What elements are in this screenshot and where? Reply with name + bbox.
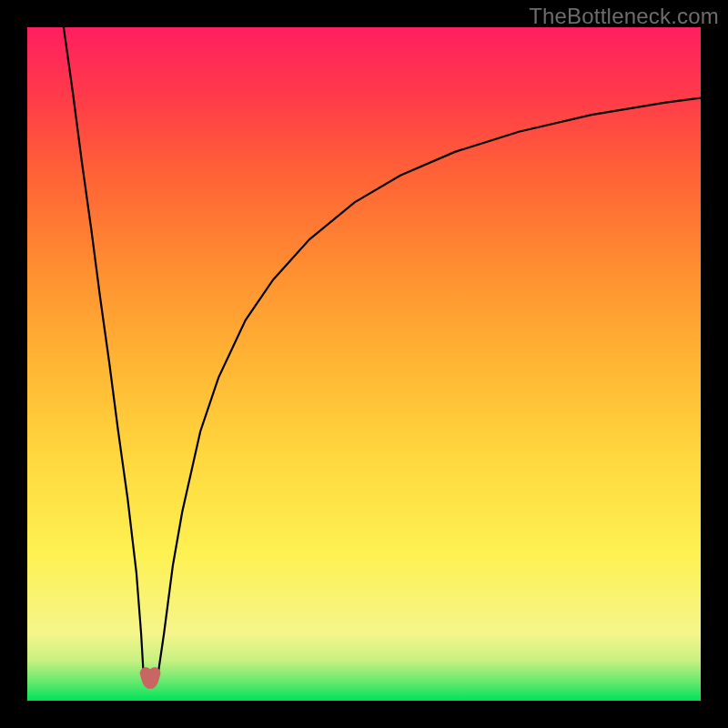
chart-frame: TheBottleneck.com bbox=[0, 0, 728, 728]
curve-layer bbox=[27, 27, 701, 701]
watermark-text: TheBottleneck.com bbox=[529, 4, 719, 29]
min-marker bbox=[146, 673, 155, 683]
plot-area bbox=[27, 27, 701, 701]
bottleneck-curve bbox=[64, 27, 701, 684]
